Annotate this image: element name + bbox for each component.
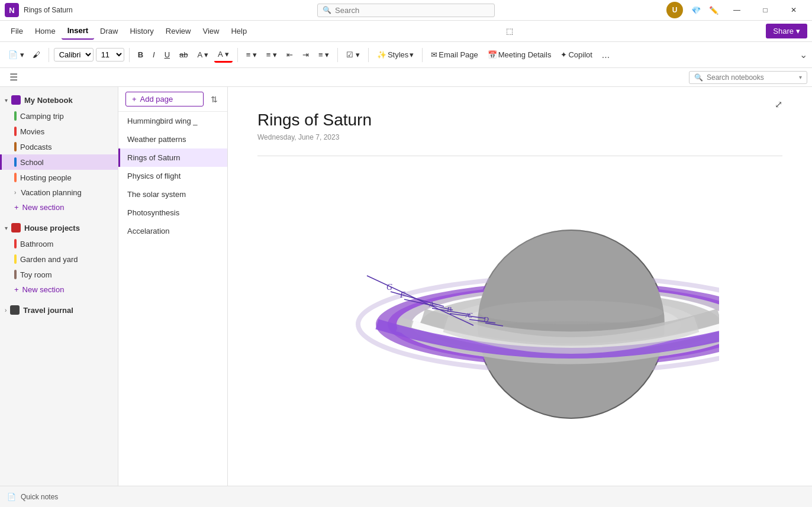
share-button[interactable]: Share ▾ — [766, 24, 807, 38]
quick-notes-label: Quick notes — [21, 493, 58, 501]
pen-icon[interactable]: ✏️ — [705, 4, 722, 17]
font-color-button[interactable]: A ▾ — [214, 47, 233, 63]
new-page-btn[interactable]: 📄 ▾ — [5, 48, 28, 62]
window-controls: U 💎 ✏️ — □ ✕ — [666, 0, 807, 21]
menu-draw[interactable]: Draw — [94, 23, 124, 39]
underline-button[interactable]: U — [161, 48, 173, 62]
page-item-physics[interactable]: Physics of flight — [118, 167, 227, 185]
highlight-button[interactable]: A ▾ — [194, 48, 212, 62]
chevron-down-icon: ▾ — [796, 27, 800, 35]
menu-home[interactable]: Home — [29, 23, 62, 39]
font-family-select[interactable]: Calibri — [54, 48, 94, 62]
numbering-button[interactable]: ≡ ▾ — [263, 48, 281, 62]
notebook-my-notebook[interactable]: ▾ My Notebook — [0, 92, 118, 108]
notebook-label-house-projects: House projects — [24, 224, 80, 232]
indent-increase-button[interactable]: ⇥ — [299, 48, 312, 62]
menu-insert[interactable]: Insert — [62, 22, 94, 40]
font-size-select[interactable]: 11 — [96, 48, 124, 62]
format-painter-btn[interactable]: 🖌 — [29, 48, 44, 62]
menu-history[interactable]: History — [124, 23, 159, 39]
italic-button[interactable]: I — [149, 48, 159, 62]
email-page-button[interactable]: ✉ Email Page — [427, 48, 481, 62]
avatar[interactable]: U — [666, 2, 683, 18]
chevron-travel-journal: › — [5, 307, 7, 314]
notebook-label-my-notebook: My Notebook — [24, 96, 73, 105]
menu-help[interactable]: Help — [225, 23, 253, 39]
page-item-photosynthesis[interactable]: Photosynthesis — [118, 204, 227, 222]
saturn-diagram[interactable]: G F A B /C D Enke division Cassini di — [257, 170, 719, 460]
notebook-travel-journal[interactable]: › Travel journal — [0, 302, 118, 318]
color-bar-toy-room — [14, 270, 17, 279]
new-section-my-notebook[interactable]: + New section — [0, 200, 118, 215]
copilot-button[interactable]: ✦ Copilot — [557, 48, 595, 62]
page-item-solar-system[interactable]: The solar system — [118, 185, 227, 204]
align-button[interactable]: ≡ ▾ — [315, 48, 333, 62]
meeting-details-button[interactable]: 📅 Meeting Details — [484, 48, 555, 62]
quick-notes-bar[interactable]: 📄 Quick notes — [0, 486, 812, 507]
new-section-house-projects[interactable]: + New section — [0, 282, 118, 297]
page-item-rings-of-saturn[interactable]: Rings of Saturn — [118, 148, 227, 167]
indent-decrease-button[interactable]: ⇤ — [283, 48, 297, 62]
page-title[interactable]: Rings of Saturn — [257, 111, 782, 130]
sidebar-item-hosting-people[interactable]: Hosting people — [0, 170, 118, 185]
sidebar-label-movies: Movies — [20, 127, 44, 136]
toolbar-sep-6 — [422, 48, 423, 62]
page-item-weather[interactable]: Weather patterns — [118, 130, 227, 148]
sidebar-item-podcasts[interactable]: Podcasts — [0, 139, 118, 154]
toolbar: 📄 ▾ 🖌 Calibri 11 B I U ab A ▾ A ▾ ≡ ▾ ≡ … — [0, 42, 812, 68]
page-item-hummingbird[interactable]: Hummingbird wing _ — [118, 112, 227, 130]
toolbar2: ☰ 🔍 ▾ — [0, 68, 812, 87]
toolbar-sep-1 — [49, 48, 49, 62]
add-page-button[interactable]: + Add page — [125, 92, 204, 106]
color-bar-podcasts — [14, 142, 17, 151]
chevron-my-notebook: ▾ — [5, 97, 8, 104]
page-item-accelaration[interactable]: Accelaration — [118, 222, 227, 240]
bullets-button[interactable]: ≡ ▾ — [243, 48, 260, 62]
notebook-icon-travel-journal — [10, 305, 20, 315]
bold-button[interactable]: B — [134, 48, 147, 62]
hamburger-button[interactable]: ☰ — [5, 69, 22, 85]
svg-text:D: D — [483, 315, 489, 324]
notebook-view-toggle[interactable]: ⬚ — [502, 24, 517, 38]
menu-view[interactable]: View — [196, 23, 225, 39]
sidebar-label-podcasts: Podcasts — [20, 143, 51, 151]
color-bar-school — [14, 157, 17, 167]
new-section-label-2: New section — [22, 285, 65, 294]
sidebar-item-movies[interactable]: Movies — [0, 124, 118, 139]
color-bar-bathroom — [14, 239, 17, 248]
menu-review[interactable]: Review — [160, 23, 197, 39]
close-button[interactable]: ✕ — [780, 0, 807, 21]
sidebar-item-toy-room[interactable]: Toy room — [0, 267, 118, 282]
add-page-label: Add page — [140, 95, 173, 104]
styles-button[interactable]: ✨ Styles ▾ — [373, 48, 417, 62]
checkbox-button[interactable]: ☑ ▾ — [343, 48, 363, 62]
color-bar-hosting — [14, 173, 17, 182]
sidebar-item-school[interactable]: School — [0, 154, 118, 170]
new-section-label-1: New section — [22, 203, 65, 212]
menu-file[interactable]: File — [5, 23, 29, 39]
quick-notes-icon: 📄 — [7, 493, 16, 501]
sidebar-item-camping-trip[interactable]: Camping trip — [0, 108, 118, 124]
expand-button[interactable]: ⤢ — [775, 99, 782, 110]
sidebar-label-bathroom: Bathroom — [20, 240, 53, 248]
plus-icon-2: + — [14, 285, 19, 294]
strikethrough-button[interactable]: ab — [176, 48, 191, 62]
toolbar-collapse-button[interactable]: ⌄ — [800, 49, 807, 60]
title-search-input[interactable] — [335, 6, 453, 15]
notebook-search-input[interactable] — [707, 73, 795, 82]
sidebar-item-bathroom[interactable]: Bathroom — [0, 236, 118, 251]
notebook-search[interactable]: 🔍 ▾ — [689, 71, 807, 84]
sidebar-item-garden[interactable]: Garden and yard — [0, 251, 118, 267]
notebook-house-projects[interactable]: ▾ House projects — [0, 219, 118, 236]
sidebar-item-vacation-planning[interactable]: › Vacation planning — [0, 185, 118, 200]
maximize-button[interactable]: □ — [752, 0, 779, 21]
sidebar-label-vacation-planning: Vacation planning — [21, 188, 81, 197]
sort-pages-button[interactable]: ⇅ — [208, 92, 220, 106]
more-tools-button[interactable]: ... — [598, 47, 613, 63]
gem-icon[interactable]: 💎 — [688, 4, 704, 17]
notebook-icon-my-notebook — [11, 95, 21, 105]
saturn-svg: G F A B /C D Enke division Cassini di — [257, 170, 719, 460]
minimize-button[interactable]: — — [723, 0, 750, 21]
svg-text:B: B — [447, 305, 452, 314]
title-search[interactable]: 🔍 — [317, 4, 495, 17]
